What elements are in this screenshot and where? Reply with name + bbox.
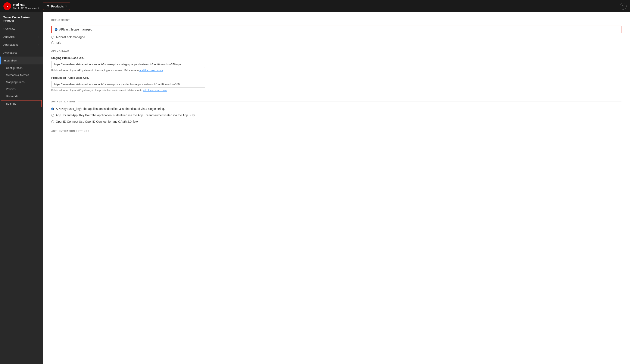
deployment-section: DEPLOYMENT APIcast 3scale managed APIcas… (51, 19, 622, 92)
auth-radio-api-key[interactable] (51, 108, 54, 110)
chevron-down-icon: ▾ (66, 5, 67, 8)
auth-option-api-key[interactable]: API Key (user_key) The application is id… (51, 107, 622, 111)
sidebar-subitem-mapping-rules[interactable]: Mapping Rules (0, 79, 43, 86)
staging-url-hint: Public address of your API gateway in th… (51, 69, 622, 72)
deployment-radio-managed[interactable] (55, 28, 58, 31)
deployment-option-istio[interactable]: Istio (51, 41, 622, 44)
sidebar-product-title: Travel Demo Partner Product (0, 12, 43, 25)
help-button[interactable]: ? (620, 3, 626, 9)
sidebar-subitem-methods-metrics[interactable]: Methods & Metrics (0, 71, 43, 79)
main-content: DEPLOYMENT APIcast 3scale managed APIcas… (43, 12, 630, 364)
sidebar-subitem-configuration[interactable]: Configuration (0, 64, 43, 71)
deployment-option-apicast-managed[interactable]: APIcast 3scale managed (51, 26, 622, 33)
production-url-input[interactable] (51, 81, 205, 88)
redhat-logo (4, 2, 11, 10)
top-navigation: Red Hat 3scale API Management ⚙ Products… (0, 0, 630, 12)
production-url-hint: Public address of your API gateway in th… (51, 89, 622, 92)
auth-option-app-id-key[interactable]: App_ID and App_Key Pair The application … (51, 114, 622, 117)
production-route-link[interactable]: add the correct route (143, 89, 167, 92)
api-gateway-title: API GATEWAY (51, 49, 622, 52)
deployment-radio-istio[interactable] (51, 41, 54, 44)
sidebar-subitem-policies[interactable]: Policies (0, 86, 43, 93)
production-url-label: Production Public Base URL (51, 76, 622, 79)
brand-logo-area: Red Hat 3scale API Management (4, 2, 39, 10)
production-url-group: Production Public Base URL Public addres… (51, 76, 622, 92)
auth-settings-section: AUTHENTICATION SETTINGS (51, 130, 622, 132)
sidebar: Travel Demo Partner Product Overview Ana… (0, 12, 43, 364)
sidebar-item-activedocs[interactable]: ActiveDocs (0, 49, 43, 56)
products-dropdown-button[interactable]: ⚙ Products ▾ (43, 2, 70, 10)
auth-settings-title: AUTHENTICATION SETTINGS (51, 130, 622, 132)
sidebar-item-overview[interactable]: Overview (0, 25, 43, 33)
brand-text: Red Hat 3scale API Management (13, 3, 39, 9)
authentication-title: AUTHENTICATION (51, 100, 622, 103)
sidebar-subitem-backends[interactable]: Backends (0, 93, 43, 100)
nav-left: Red Hat 3scale API Management ⚙ Products… (4, 2, 70, 10)
auth-options-group: API Key (user_key) The application is id… (51, 107, 622, 123)
staging-url-label: Staging Public Base URL (51, 56, 622, 59)
authentication-section: AUTHENTICATION API Key (user_key) The ap… (51, 100, 622, 132)
sidebar-subitem-settings[interactable]: Settings (1, 100, 42, 107)
deployment-option-apicast-self[interactable]: APIcast self-managed (51, 35, 622, 39)
auth-radio-openid[interactable] (51, 120, 54, 123)
auth-option-openid[interactable]: OpenID Connect Use OpenID Connect for an… (51, 120, 622, 123)
deployment-radio-self[interactable] (51, 36, 54, 39)
sidebar-item-integration[interactable]: Integration ⌄ (0, 56, 43, 64)
sidebar-item-analytics[interactable]: Analytics › (0, 33, 43, 41)
deployment-options: APIcast 3scale managed APIcast self-mana… (51, 26, 622, 44)
products-icon: ⚙ (46, 4, 49, 8)
chevron-down-icon: ⌄ (38, 59, 39, 62)
chevron-right-icon: › (38, 36, 39, 38)
staging-route-link[interactable]: add the correct route (139, 69, 163, 72)
auth-radio-app-id[interactable] (51, 114, 54, 117)
staging-url-group: Staging Public Base URL Public address o… (51, 56, 622, 72)
sidebar-item-applications[interactable]: Applications › (0, 41, 43, 49)
chevron-right-icon: › (38, 43, 39, 46)
page-layout: Travel Demo Partner Product Overview Ana… (0, 12, 630, 364)
staging-url-input[interactable] (51, 61, 205, 68)
api-gateway-section: API GATEWAY Staging Public Base URL Publ… (51, 49, 622, 92)
deployment-section-title: DEPLOYMENT (51, 19, 622, 21)
